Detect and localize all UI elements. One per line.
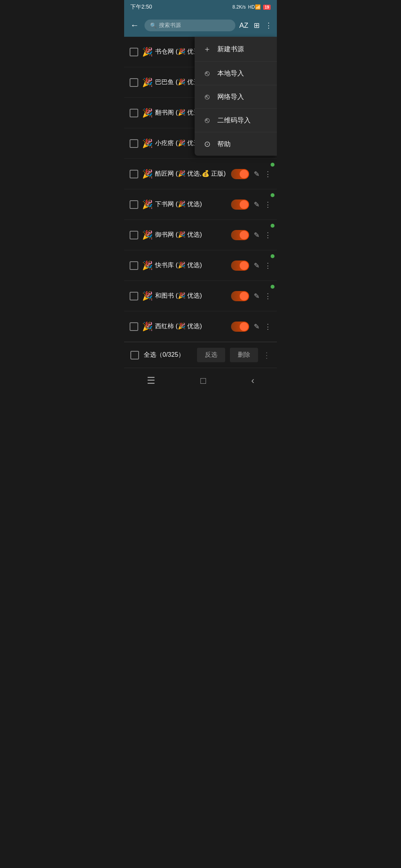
- dropdown-new-source-label: 新建书源: [217, 45, 244, 54]
- more-button-7[interactable]: ⋮: [264, 231, 271, 239]
- book-actions-5: ✎ ⋮: [231, 169, 271, 179]
- book-name-7: 御书网 (🎉 优选): [155, 231, 231, 239]
- item-checkbox-7[interactable]: [130, 231, 138, 239]
- book-emoji-3: 🎉: [142, 108, 153, 118]
- list-item: 🎉 快书库 (🎉 优选) ✎ ⋮: [124, 250, 277, 281]
- item-checkbox-4[interactable]: [130, 139, 138, 148]
- battery-icon: 19: [263, 5, 271, 10]
- book-name-9: 和图书 (🎉 优选): [155, 292, 231, 300]
- book-actions-9: ✎ ⋮: [231, 291, 271, 301]
- edit-button-8[interactable]: ✎: [254, 261, 260, 270]
- back-button[interactable]: ←: [129, 19, 141, 32]
- bottom-more-button[interactable]: ⋮: [263, 350, 271, 360]
- plus-icon: ＋: [202, 44, 212, 54]
- invert-selection-button[interactable]: 反选: [197, 348, 225, 362]
- book-emoji-5: 🎉: [142, 169, 153, 179]
- item-checkbox-10[interactable]: [130, 322, 138, 331]
- book-actions-7: ✎ ⋮: [231, 230, 271, 240]
- dropdown-network-import[interactable]: ⎋ 网络导入: [195, 85, 277, 109]
- bottom-bar: 全选（0/325） 反选 删除 ⋮: [124, 342, 277, 368]
- toggle-knob-5: [240, 170, 248, 178]
- toggle-8[interactable]: [231, 261, 249, 271]
- book-emoji-7: 🎉: [142, 230, 153, 240]
- toggle-6[interactable]: [231, 199, 249, 210]
- edit-button-10[interactable]: ✎: [254, 322, 260, 331]
- toggle-10[interactable]: [231, 322, 249, 332]
- more-menu-button[interactable]: ⋮: [265, 21, 272, 30]
- view-toggle-button[interactable]: ⊞: [254, 21, 260, 30]
- book-actions-6: ✎ ⋮: [231, 199, 271, 210]
- toggle-7[interactable]: [231, 230, 249, 240]
- dropdown-network-import-label: 网络导入: [217, 92, 244, 101]
- toggle-knob-6: [240, 200, 248, 209]
- more-button-6[interactable]: ⋮: [264, 200, 271, 209]
- network-speed: 8.2K/s: [233, 4, 246, 10]
- local-import-icon: ⎋: [202, 69, 212, 78]
- az-sort-button[interactable]: AZ: [239, 22, 248, 30]
- book-name-6: 下书网 (🎉 优选): [155, 200, 231, 208]
- book-emoji-4: 🎉: [142, 138, 153, 149]
- list-item: 🎉 御书网 (🎉 优选) ✎ ⋮: [124, 220, 277, 250]
- dropdown-help-label: 帮助: [217, 140, 231, 149]
- item-checkbox-9[interactable]: [130, 292, 138, 300]
- list-item: 🎉 下书网 (🎉 优选) ✎ ⋮: [124, 189, 277, 220]
- search-bar[interactable]: 🔍 搜索书源: [145, 20, 235, 31]
- help-icon: ⊙: [202, 139, 212, 149]
- nav-menu-button[interactable]: ☰: [135, 373, 167, 388]
- toggle-5[interactable]: [231, 169, 249, 179]
- online-dot-5: [271, 163, 275, 167]
- more-button-10[interactable]: ⋮: [264, 322, 271, 331]
- status-time: 下午2:50: [130, 4, 152, 11]
- edit-button-6[interactable]: ✎: [254, 200, 260, 209]
- signal-icon: HD📶: [248, 4, 261, 10]
- nav-home-button[interactable]: □: [189, 373, 218, 388]
- more-button-8[interactable]: ⋮: [264, 261, 271, 270]
- online-dot-9: [271, 285, 275, 289]
- book-emoji-9: 🎉: [142, 291, 153, 301]
- item-checkbox-1[interactable]: [130, 48, 138, 56]
- navigation-bar: ☰ □ ‹: [124, 368, 277, 393]
- book-name-10: 西红柿 (🎉 优选): [155, 322, 231, 331]
- item-checkbox-6[interactable]: [130, 200, 138, 209]
- toggle-knob-10: [240, 322, 248, 331]
- qr-import-icon: ⎋: [202, 116, 212, 125]
- dropdown-qr-import[interactable]: ⎋ 二维码导入: [195, 109, 277, 132]
- header-actions: AZ ⊞ ⋮: [239, 21, 272, 30]
- nav-back-button[interactable]: ‹: [239, 373, 266, 388]
- online-dot-6: [271, 193, 275, 197]
- online-dot-7: [271, 224, 275, 228]
- dropdown-help[interactable]: ⊙ 帮助: [195, 132, 277, 156]
- item-checkbox-3[interactable]: [130, 109, 138, 117]
- dropdown-new-source[interactable]: ＋ 新建书源: [195, 37, 277, 62]
- item-checkbox-2[interactable]: [130, 78, 138, 87]
- more-button-9[interactable]: ⋮: [264, 292, 271, 300]
- toggle-9[interactable]: [231, 291, 249, 301]
- select-all-label: 全选（0/325）: [144, 351, 192, 359]
- book-emoji-1: 🎉: [142, 47, 153, 57]
- book-emoji-2: 🎉: [142, 77, 153, 88]
- dropdown-menu: ＋ 新建书源 ⎋ 本地导入 ⎋ 网络导入 ⎋ 二维码导入 ⊙ 帮助: [195, 37, 277, 156]
- more-button-5[interactable]: ⋮: [264, 170, 271, 178]
- item-checkbox-5[interactable]: [130, 170, 138, 178]
- item-checkbox-8[interactable]: [130, 261, 138, 270]
- select-all-checkbox[interactable]: [130, 351, 139, 359]
- online-dot-8: [271, 254, 275, 258]
- list-item: 🎉 西红柿 (🎉 优选) ✎ ⋮: [124, 311, 277, 342]
- search-icon: 🔍: [150, 22, 157, 29]
- toggle-knob-8: [240, 261, 248, 270]
- status-bar: 下午2:50 8.2K/s HD📶 19: [124, 0, 277, 14]
- edit-button-7[interactable]: ✎: [254, 231, 260, 239]
- delete-button[interactable]: 删除: [230, 348, 258, 362]
- dropdown-qr-import-label: 二维码导入: [217, 116, 251, 125]
- book-emoji-6: 🎉: [142, 199, 153, 210]
- list-item: 🎉 和图书 (🎉 优选) ✎ ⋮: [124, 281, 277, 311]
- network-import-icon: ⎋: [202, 92, 212, 101]
- dropdown-local-import[interactable]: ⎋ 本地导入: [195, 62, 277, 85]
- toggle-knob-9: [240, 292, 248, 300]
- edit-button-9[interactable]: ✎: [254, 292, 260, 300]
- book-emoji-8: 🎉: [142, 261, 153, 271]
- book-name-8: 快书库 (🎉 优选): [155, 261, 231, 270]
- book-name-5: 酷匠网 (🎉 优选,💰 正版): [155, 170, 231, 178]
- edit-button-5[interactable]: ✎: [254, 170, 260, 178]
- book-emoji-10: 🎉: [142, 322, 153, 332]
